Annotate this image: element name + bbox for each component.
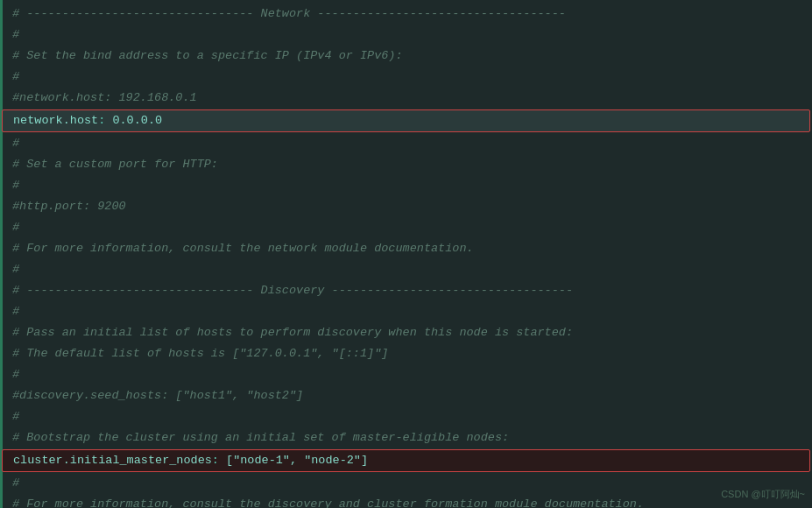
line-14-text: # -------------------------------- Disco… (12, 281, 573, 300)
line-11: # (0, 217, 812, 238)
line-3-text: # Set the bind address to a specific IP … (12, 46, 403, 66)
line-8: # Set a custom port for HTTP: (0, 154, 812, 175)
line-20: # (0, 406, 812, 427)
line-17: # The default list of hosts is ["127.0.0… (0, 343, 812, 364)
line-22-key: cluster.initial_master_nodes (13, 451, 212, 470)
line-11-text: # (12, 218, 19, 237)
line-19-text: #discovery.seed_hosts: ["host1", "host2"… (12, 386, 303, 406)
line-24: # For more information, consult the disc… (0, 494, 812, 508)
line-18: # (0, 364, 812, 385)
line-23-text: # (12, 474, 19, 493)
line-16-text: # Pass an initial list of hosts to perfo… (12, 323, 573, 342)
line-12: # For more information, consult the netw… (0, 238, 812, 259)
line-21-text: # Bootstrap the cluster using an initial… (12, 428, 509, 448)
line-24-text: # For more information, consult the disc… (12, 495, 644, 508)
line-15-text: # (12, 302, 19, 321)
line-8-text: # Set a custom port for HTTP: (12, 155, 218, 174)
line-20-text: # (12, 407, 19, 427)
line-2-text: # (12, 25, 19, 45)
line-19: #discovery.seed_hosts: ["host1", "host2"… (0, 385, 812, 406)
line-22-separator: : (212, 451, 226, 470)
line-6-value: 0.0.0.0 (112, 111, 162, 131)
line-4: # (0, 67, 812, 88)
line-6-key: network.host (13, 111, 98, 131)
line-5-text: #network.host: 192.168.0.1 (12, 88, 197, 108)
line-7: # (0, 133, 812, 154)
line-2: # (0, 25, 812, 46)
line-21: # Bootstrap the cluster using an initial… (0, 427, 812, 448)
line-1: # -------------------------------- Netwo… (0, 4, 812, 25)
line-7-text: # (12, 134, 19, 153)
watermark: CSDN @叮叮阿灿~ (721, 488, 805, 501)
line-16: # Pass an initial list of hosts to perfo… (0, 322, 812, 343)
line-5: #network.host: 192.168.0.1 (0, 88, 812, 109)
line-10: #http.port: 9200 (0, 196, 812, 217)
line-14: # -------------------------------- Disco… (0, 280, 812, 301)
line-6-separator: : (98, 111, 112, 131)
line-22-highlighted: cluster.initial_master_nodes: ["node-1",… (2, 449, 810, 472)
line-6-highlighted: network.host: 0.0.0.0 (2, 109, 810, 132)
line-17-text: # The default list of hosts is ["127.0.0… (12, 344, 388, 363)
line-4-text: # (12, 67, 19, 87)
line-1-text: # -------------------------------- Netwo… (12, 4, 566, 24)
code-editor: # -------------------------------- Netwo… (0, 0, 812, 508)
line-9-text: # (12, 176, 19, 195)
line-3: # Set the bind address to a specific IP … (0, 46, 812, 67)
line-10-text: #http.port: 9200 (12, 197, 126, 216)
line-9: # (0, 175, 812, 196)
line-23: # (0, 473, 812, 494)
line-13: # (0, 259, 812, 280)
line-15: # (0, 301, 812, 322)
line-12-text: # For more information, consult the netw… (12, 239, 474, 258)
line-13-text: # (12, 260, 19, 279)
line-22-value: ["node-1", "node-2"] (226, 451, 368, 470)
line-18-text: # (12, 365, 19, 385)
